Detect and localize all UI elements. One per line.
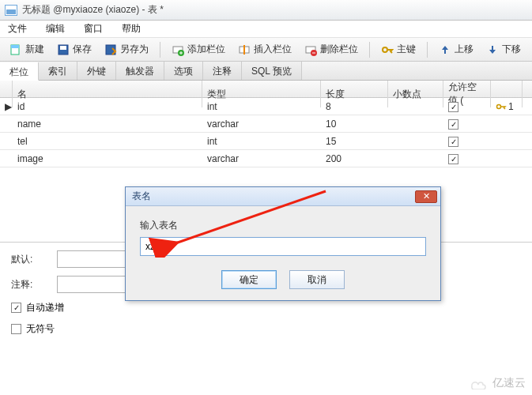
menu-window[interactable]: 窗口 [81, 21, 106, 37]
unsigned-checkbox[interactable] [11, 324, 21, 334]
grid-header: 名 类型 长度 小数点 允许空值 ( [0, 81, 532, 98]
cell-name[interactable]: image [13, 153, 202, 164]
svg-rect-1 [11, 45, 19, 48]
dialog-close-button[interactable]: ✕ [415, 190, 437, 203]
row-pointer-icon: ▶ [0, 101, 13, 112]
fields-grid: 名 类型 长度 小数点 允许空值 ( ▶idint8✓1namevarchar1… [0, 81, 532, 167]
cell-null[interactable]: ✓ [443, 118, 491, 130]
key-icon [381, 43, 394, 56]
tab-fk[interactable]: 外键 [77, 62, 116, 80]
dialog-label: 输入表名 [140, 219, 426, 232]
default-label: 默认: [11, 253, 49, 266]
delete-column-button[interactable]: 删除栏位 [300, 41, 363, 58]
cell-name[interactable]: tel [13, 136, 202, 147]
insert-column-icon [238, 43, 251, 56]
arrow-up-icon [439, 43, 451, 56]
watermark: 亿速云 [469, 376, 526, 390]
table-row[interactable]: imagevarchar200✓ [0, 150, 532, 167]
saveas-icon [104, 43, 117, 56]
unsigned-label: 无符号 [26, 322, 55, 336]
delete-column-icon [304, 43, 317, 56]
cell-type[interactable]: int [202, 101, 321, 112]
ok-button[interactable]: 确定 [221, 270, 277, 289]
menu-bar: 文件 编辑 窗口 帮助 [0, 21, 532, 38]
table-row[interactable]: ▶idint8✓1 [0, 98, 532, 115]
move-down-button[interactable]: 下移 [481, 41, 526, 58]
tab-bar: 栏位 索引 外键 触发器 选项 注释 SQL 预览 [0, 62, 532, 81]
svg-point-11 [497, 104, 501, 108]
cell-name[interactable]: id [13, 101, 202, 112]
tab-sql-preview[interactable]: SQL 预览 [242, 62, 302, 80]
key-icon [496, 101, 507, 112]
arrow-down-icon [486, 43, 499, 56]
null-checkbox[interactable]: ✓ [448, 154, 458, 164]
col-dec[interactable]: 小数点 [388, 81, 443, 107]
cell-len[interactable]: 15 [321, 136, 388, 147]
cell-pk[interactable]: 1 [491, 101, 523, 112]
window-titlebar: 无标题 @myxiaoze (xiaoze) - 表 * [0, 0, 532, 21]
toolbar-separator [427, 42, 428, 58]
save-icon [57, 43, 70, 56]
tab-options[interactable]: 选项 [164, 62, 203, 80]
cell-null[interactable]: ✓ [443, 153, 491, 164]
table-row[interactable]: telint15✓ [0, 133, 532, 150]
menu-help[interactable]: 帮助 [119, 21, 144, 37]
toolbar-separator [369, 42, 370, 58]
tab-index[interactable]: 索引 [39, 62, 77, 80]
table-row[interactable]: namevarchar10✓ [0, 115, 532, 133]
null-checkbox[interactable]: ✓ [448, 119, 458, 130]
cell-len[interactable]: 8 [321, 101, 388, 112]
svg-point-10 [383, 47, 387, 52]
add-column-icon [172, 43, 184, 56]
toolbar-separator [160, 42, 160, 58]
app-icon [5, 5, 17, 16]
cell-type[interactable]: int [202, 136, 321, 147]
autoinc-label: 自动递增 [26, 301, 64, 314]
add-column-button[interactable]: 添加栏位 [167, 41, 230, 58]
null-checkbox[interactable]: ✓ [448, 102, 458, 112]
tab-fields[interactable]: 栏位 [0, 62, 39, 81]
comment-label: 注释: [11, 278, 49, 292]
saveas-button[interactable]: 另存为 [100, 41, 153, 58]
null-checkbox[interactable]: ✓ [448, 137, 458, 147]
save-button[interactable]: 保存 [52, 41, 96, 58]
dialog-titlebar[interactable]: 表名 ✕ [126, 187, 440, 206]
tab-trigger[interactable]: 触发器 [116, 62, 164, 80]
new-button[interactable]: 新建 [5, 41, 49, 58]
table-name-dialog: 表名 ✕ 输入表名 确定 取消 [125, 186, 441, 301]
cell-len[interactable]: 200 [321, 153, 388, 164]
cancel-button[interactable]: 取消 [289, 270, 345, 289]
autoinc-checkbox[interactable]: ✓ [11, 303, 21, 313]
cell-type[interactable]: varchar [202, 118, 321, 130]
svg-rect-3 [60, 46, 66, 50]
insert-column-button[interactable]: 插入栏位 [233, 41, 296, 58]
tab-comment[interactable]: 注释 [203, 62, 242, 80]
toolbar: 新建 保存 另存为 添加栏位 插入栏位 删除栏位 主键 上移 下移 [0, 38, 532, 62]
table-name-input[interactable] [140, 237, 426, 256]
menu-file[interactable]: 文件 [5, 21, 30, 37]
cell-type[interactable]: varchar [202, 153, 321, 164]
menu-edit[interactable]: 编辑 [43, 21, 68, 37]
cell-null[interactable]: ✓ [443, 136, 491, 147]
move-up-button[interactable]: 上移 [434, 41, 478, 58]
new-icon [9, 43, 22, 56]
cell-name[interactable]: name [13, 118, 202, 130]
window-title: 无标题 @myxiaoze (xiaoze) - 表 * [22, 3, 164, 17]
cell-len[interactable]: 10 [321, 118, 388, 130]
cell-null[interactable]: ✓ [443, 101, 491, 112]
dialog-title: 表名 [132, 190, 151, 203]
primary-key-button[interactable]: 主键 [376, 41, 421, 58]
